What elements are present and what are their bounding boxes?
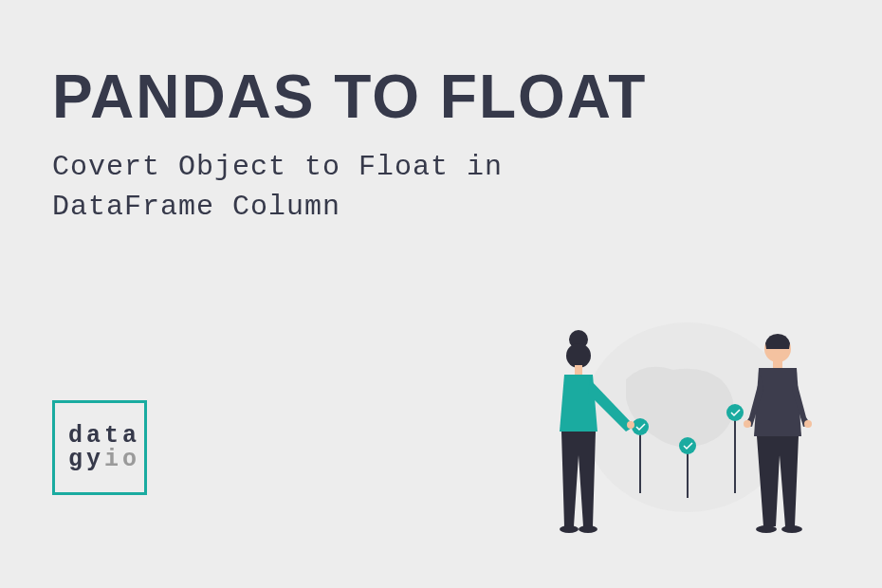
svg-point-4 (560, 525, 579, 533)
svg-point-8 (744, 420, 751, 428)
svg-point-1 (566, 343, 591, 368)
svg-point-5 (579, 525, 597, 533)
pin-head-3 (726, 404, 744, 421)
logo-text-gyio: gyio (68, 448, 140, 471)
page-subtitle: Covert Object to Float in DataFrame Colu… (52, 147, 503, 227)
svg-rect-7 (773, 358, 782, 368)
svg-rect-2 (575, 365, 582, 375)
svg-point-3 (627, 421, 634, 429)
logo-gy: gy (68, 448, 104, 471)
subtitle-line-1: Covert Object to Float in (52, 151, 503, 183)
subtitle-line-2: DataFrame Column (52, 191, 340, 223)
pin-head-2 (679, 437, 696, 454)
logo-io: io (104, 448, 140, 471)
page-title: PANDAS TO FLOAT (52, 62, 647, 132)
people-illustration (484, 285, 844, 560)
svg-point-11 (781, 525, 802, 533)
svg-point-10 (756, 525, 777, 533)
svg-point-9 (804, 420, 812, 428)
logo-text-data: data (68, 424, 140, 448)
pin-head-1 (632, 418, 649, 435)
datagy-logo: data gyio (52, 400, 147, 495)
